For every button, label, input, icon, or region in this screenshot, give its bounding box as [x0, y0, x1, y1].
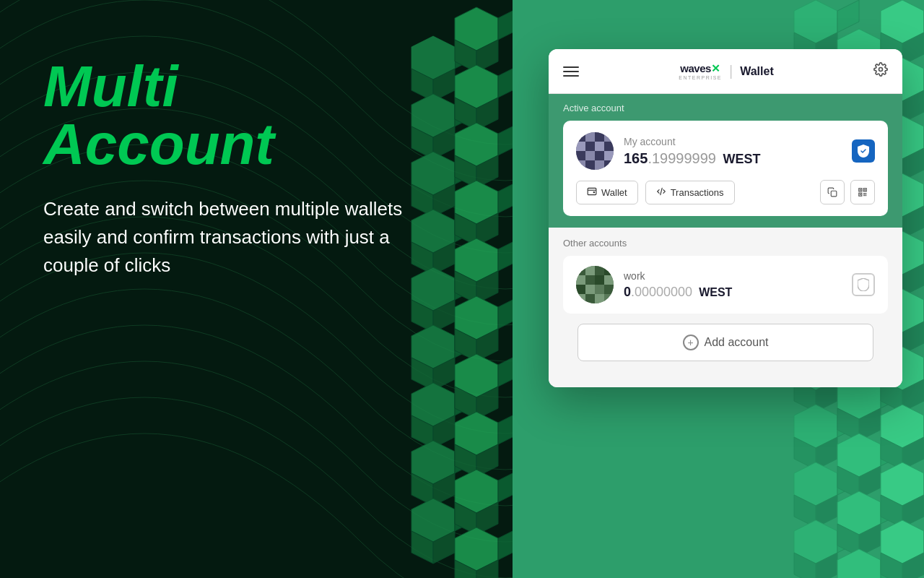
svg-rect-235	[595, 275, 604, 285]
balance-decimal: .19999999	[648, 150, 716, 166]
svg-rect-217	[831, 191, 837, 197]
svg-rect-203	[576, 142, 585, 151]
svg-rect-200	[585, 132, 595, 142]
left-panel: Multi Account Create and switch between …	[0, 0, 513, 578]
menu-icon[interactable]	[563, 66, 579, 77]
svg-rect-242	[585, 294, 595, 303]
balance-whole: 165	[624, 150, 648, 166]
plus-circle-icon: +	[683, 335, 699, 350]
svg-rect-244	[604, 294, 614, 303]
svg-rect-215	[588, 188, 596, 194]
other-accounts-section: Other accounts	[549, 228, 902, 387]
unverified-shield-icon	[852, 273, 875, 296]
svg-marker-74	[498, 527, 513, 560]
copy-button[interactable]	[820, 180, 845, 204]
svg-rect-199	[576, 132, 585, 142]
svg-rect-243	[595, 294, 604, 303]
svg-rect-213	[595, 160, 604, 170]
account-details: My account 165.19999999 WEST	[624, 136, 842, 167]
svg-rect-223	[860, 194, 861, 195]
svg-rect-236	[604, 275, 614, 285]
wallet-brand: waves✕ ENTERPRISE | Wallet	[679, 62, 773, 80]
svg-rect-231	[595, 266, 604, 275]
svg-rect-232	[604, 266, 614, 275]
svg-rect-201	[595, 132, 604, 142]
add-account-label: Add account	[705, 336, 769, 349]
other-balance-decimal: .00000000	[631, 285, 692, 299]
svg-rect-207	[576, 151, 585, 160]
svg-rect-227	[866, 195, 867, 197]
settings-icon[interactable]	[873, 62, 888, 80]
svg-marker-70	[498, 470, 513, 502]
account-info: My account 165.19999999 WEST	[576, 132, 875, 170]
svg-rect-221	[860, 189, 861, 191]
svg-rect-239	[595, 285, 604, 294]
enterprise-label: ENTERPRISE	[679, 75, 722, 80]
icon-actions	[820, 180, 875, 204]
wallet-btn-label: Wallet	[601, 187, 627, 198]
waves-x-badge: ✕	[711, 62, 720, 75]
other-account-name: work	[624, 270, 842, 282]
other-section-label: Other accounts	[563, 238, 888, 249]
svg-rect-212	[585, 160, 595, 170]
other-account-card[interactable]: work 0.00000000 WEST	[563, 256, 888, 314]
svg-rect-241	[576, 294, 585, 303]
account-balance: 165.19999999 WEST	[624, 150, 842, 167]
svg-rect-211	[576, 160, 585, 170]
svg-rect-202	[604, 132, 614, 142]
svg-rect-238	[585, 285, 595, 294]
svg-rect-226	[863, 195, 865, 197]
verified-shield-icon	[852, 139, 875, 163]
wallet-button[interactable]: Wallet	[576, 181, 638, 204]
avatar-1	[576, 132, 614, 170]
account-actions: Wallet Transactions	[576, 180, 875, 204]
svg-marker-66	[498, 412, 513, 444]
main-title: Multi Account	[43, 58, 469, 173]
wallet-btn-icon	[587, 186, 597, 199]
active-account-card[interactable]: My account 165.19999999 WEST	[563, 121, 888, 216]
active-section-label: Active account	[563, 103, 888, 113]
right-panel: waves✕ ENTERPRISE | Wallet Active accoun…	[513, 0, 924, 578]
account-name: My account	[624, 136, 842, 147]
wallet-label-text: Wallet	[740, 65, 774, 78]
avatar-2	[576, 266, 614, 303]
left-content: Multi Account Create and switch between …	[0, 0, 513, 337]
svg-rect-240	[604, 285, 614, 294]
svg-rect-205	[595, 142, 604, 151]
svg-rect-206	[604, 142, 614, 151]
svg-rect-222	[864, 189, 866, 191]
qrcode-button[interactable]	[850, 180, 875, 204]
svg-point-197	[879, 68, 883, 72]
transactions-button[interactable]: Transactions	[645, 181, 735, 204]
waves-name-text: waves	[680, 62, 711, 74]
wallet-header: waves✕ ENTERPRISE | Wallet	[549, 49, 902, 94]
svg-rect-208	[585, 151, 595, 160]
svg-rect-210	[604, 151, 614, 160]
svg-rect-209	[595, 151, 604, 160]
divider: |	[729, 63, 733, 79]
wallet-app: waves✕ ENTERPRISE | Wallet Active accoun…	[549, 49, 902, 387]
other-balance-whole: 0	[624, 285, 631, 299]
transactions-btn-icon	[656, 186, 666, 199]
svg-rect-230	[585, 266, 595, 275]
svg-rect-204	[585, 142, 595, 151]
other-account-details: work 0.00000000 WEST	[624, 270, 842, 300]
add-account-button[interactable]: + Add account	[578, 324, 873, 361]
svg-marker-78	[837, 0, 859, 33]
svg-rect-229	[576, 266, 585, 275]
svg-rect-234	[585, 275, 595, 285]
active-account-section: Active account	[549, 94, 902, 228]
other-account-balance: 0.00000000 WEST	[624, 285, 842, 300]
transactions-btn-label: Transactions	[671, 187, 724, 198]
sub-text: Create and switch between multiple walle…	[43, 195, 433, 280]
balance-currency: WEST	[723, 152, 760, 166]
svg-rect-237	[576, 285, 585, 294]
svg-rect-216	[593, 191, 595, 193]
svg-marker-153	[837, 549, 881, 578]
other-balance-currency: WEST	[699, 286, 732, 298]
svg-rect-233	[576, 275, 585, 285]
svg-rect-225	[866, 193, 867, 194]
svg-rect-214	[604, 160, 614, 170]
svg-rect-224	[863, 193, 865, 194]
svg-marker-62	[498, 354, 513, 387]
